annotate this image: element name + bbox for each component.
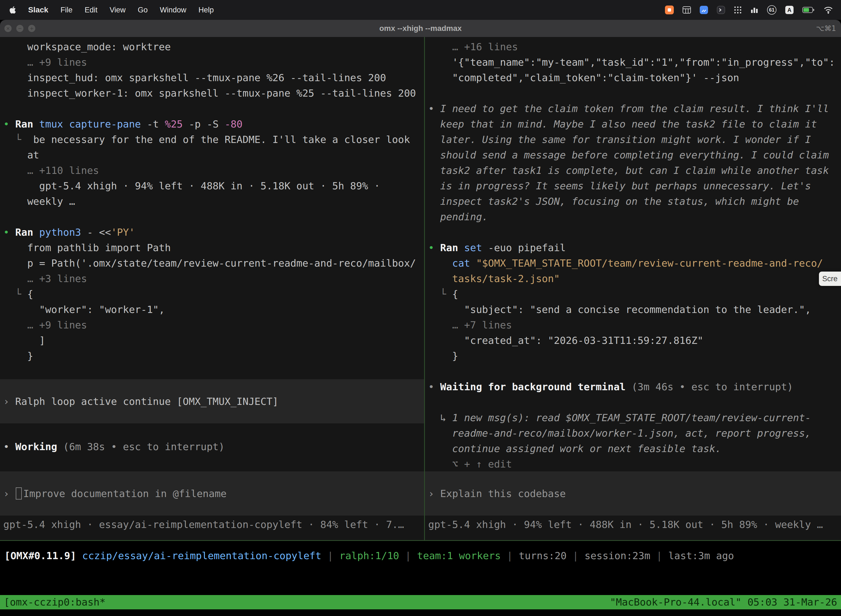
working-status: • Working (6m 38s • esc to interrupt) [3, 439, 224, 455]
composer-placeholder: Explain this codebase [440, 488, 566, 499]
screenshot-popup-label: Scre [822, 274, 838, 283]
terminal-line [428, 224, 841, 240]
terminal-line: … +110 lines [3, 163, 424, 178]
terminal-line: [OMX#0.11.9] cczip/essay/ai-reimplementa… [4, 548, 841, 563]
terminal-app-icon[interactable] [717, 6, 725, 14]
terminal-line: … +16 lines [428, 39, 841, 55]
menu-app-name[interactable]: Slack [28, 6, 48, 14]
terminal-line: task2 after task1 is complete, but can I… [428, 163, 841, 178]
wifi-icon[interactable] [823, 6, 833, 14]
terminal-line: ⌥ + ↑ edit [428, 456, 841, 472]
stats-icon[interactable] [750, 6, 758, 13]
terminal-line: continue assigned work or next feasible … [428, 441, 841, 456]
terminal-line [3, 209, 424, 224]
omx-status-line: [OMX#0.11.9] cczip/essay/ai-reimplementa… [4, 548, 841, 563]
terminal-line: ] [3, 333, 424, 348]
terminal-line: cat "$OMX_TEAM_STATE_ROOT/team/review-cu… [428, 255, 841, 271]
menu-item-help[interactable]: Help [198, 6, 214, 14]
composer-placeholder: Improve documentation in @filename [23, 488, 227, 499]
right-pane[interactable]: … +16 lines '{"team_name":"my-team","tas… [425, 37, 841, 540]
terminal-line: p = Path('.omx/state/team/review-current… [3, 255, 424, 271]
screen-recording-stop-icon[interactable] [665, 6, 674, 14]
terminal-line: '{"team_name":"my-team","task_id":"1","f… [428, 55, 841, 70]
terminal-line: • Ran python3 - <<'PY' [3, 224, 424, 240]
window-title: omx --xhigh --madmax [0, 24, 841, 33]
terminal-line: pending. [428, 209, 841, 224]
terminal-line: … +7 lines [428, 317, 841, 333]
terminal-line: • Waiting for background terminal (3m 46… [428, 379, 841, 395]
terminal-line: • Working (6m 38s • esc to interrupt) [3, 439, 224, 455]
window-titlebar: × − + omx --xhigh --madmax ⌥⌘1 [0, 20, 841, 37]
tmux-status-bar: [omx-cczip0:bash* "MacBook-Pro-44.local"… [0, 595, 841, 609]
inject-message-box: › Ralph loop active continue [OMX_TMUX_I… [0, 379, 424, 423]
terminal-line: } [3, 348, 424, 364]
terminal-line [3, 101, 424, 116]
menu-item-window[interactable]: Window [160, 6, 186, 14]
terminal-line: └ { [3, 286, 424, 302]
composer-prompt: › [3, 488, 15, 499]
battery-percent-badge[interactable]: 61 [767, 5, 777, 15]
terminal-line: … +9 lines [3, 317, 424, 333]
terminal-line: inspect_hud: omx sparkshell --tmux-pane … [3, 70, 424, 85]
window-shortcut-hint: ⌥⌘1 [816, 24, 836, 32]
terminal-line: • I need to get the claim token from the… [428, 101, 841, 116]
right-pane-output: … +16 lines '{"team_name":"my-team","tas… [428, 39, 841, 472]
composer-prompt: › [428, 488, 440, 499]
terminal-line: └ be necessary for the end of the README… [3, 132, 424, 147]
menu-left: Slack File Edit View Go Window Help [0, 6, 214, 14]
inject-prompt: › [3, 396, 15, 407]
left-pane[interactable]: workspace_mode: worktree … +9 lines insp… [0, 37, 424, 540]
left-composer-input[interactable]: › Improve documentation in @filename [0, 471, 424, 516]
text-cursor [16, 487, 22, 500]
terminal-line: "worker": "worker-1", [3, 302, 424, 317]
terminal-line: • Ran tmux capture-pane -t %25 -p -S -80 [3, 116, 424, 132]
terminal-line: "completed","claim_token":"claim-token"}… [428, 70, 841, 85]
minimize-button[interactable]: − [16, 25, 23, 32]
terminal-line: inspect_worker-1: omx sparkshell --tmux-… [3, 85, 424, 101]
menu-item-file[interactable]: File [60, 6, 73, 14]
terminal-line: └ { [428, 286, 841, 302]
terminal-line: keep that in mind. Maybe I also need the… [428, 116, 841, 132]
apple-menu-icon[interactable] [9, 6, 16, 14]
battery-icon[interactable] [802, 7, 815, 13]
menu-item-edit[interactable]: Edit [85, 6, 98, 14]
menu-item-view[interactable]: View [110, 6, 126, 14]
table-grid-icon[interactable] [683, 6, 691, 13]
terminal-line: ↳ 1 new msg(s): read $OMX_TEAM_STATE_ROO… [428, 410, 841, 425]
traffic-lights: × − + [0, 25, 35, 32]
dots-grid-icon[interactable] [734, 6, 742, 14]
terminal-line [428, 364, 841, 379]
terminal-line: from pathlib import Path [3, 240, 424, 255]
input-source-icon[interactable]: A [785, 6, 794, 14]
right-composer-input[interactable]: › Explain this codebase [425, 471, 841, 516]
tmux-host-clock: "MacBook-Pro-44.local" 05:03 31-Mar-26 [610, 595, 837, 609]
terminal-line [428, 395, 841, 410]
close-button[interactable]: × [4, 25, 12, 32]
terminal-line: should send a message before completing … [428, 147, 841, 163]
terminal-line: inspect task2's JSON, focusing on the st… [428, 194, 841, 209]
left-pane-output: workspace_mode: worktree … +9 lines insp… [3, 39, 424, 364]
zoom-button[interactable]: + [28, 25, 35, 32]
menu-status-icons: 61 A [665, 5, 841, 15]
screenshot-thumbnail-popup[interactable]: Scre [819, 271, 841, 286]
terminal-line: tasks/task-2.json" [428, 271, 841, 286]
menu-bar: Slack File Edit View Go Window Help 61 A [0, 0, 841, 20]
terminal-line: readme-and-reco/mailbox/worker-1.json, a… [428, 425, 841, 441]
tmux-session-window: [omx-cczip0:bash* [4, 595, 105, 609]
raycast-icon[interactable] [700, 6, 708, 14]
pane-divider-vertical[interactable] [424, 37, 425, 540]
left-pane-footer: gpt-5.4 xhigh · essay/ai-reimplementatio… [3, 517, 424, 532]
tmux-panes: workspace_mode: worktree … +9 lines insp… [0, 37, 841, 540]
terminal-line: "created_at": "2026-03-31T11:59:27.816Z" [428, 333, 841, 348]
terminal-line: later. Using the same for transition mig… [428, 132, 841, 147]
terminal-line: … +3 lines [3, 271, 424, 286]
pane-divider-horizontal[interactable] [0, 540, 841, 541]
menu-item-go[interactable]: Go [138, 6, 148, 14]
terminal-line: gpt-5.4 xhigh · 94% left · 488K in · 5.1… [3, 178, 424, 194]
inject-text: Ralph loop active continue [OMX_TMUX_INJ… [15, 396, 278, 407]
terminal-window: × − + omx --xhigh --madmax ⌥⌘1 workspace… [0, 20, 841, 616]
terminal-line: at [3, 147, 424, 163]
right-pane-footer: gpt-5.4 xhigh · 94% left · 488K in · 5.1… [428, 517, 841, 532]
terminal-line: • Ran set -euo pipefail [428, 240, 841, 255]
terminal-line: is in progress? It seems likely but perh… [428, 178, 841, 194]
